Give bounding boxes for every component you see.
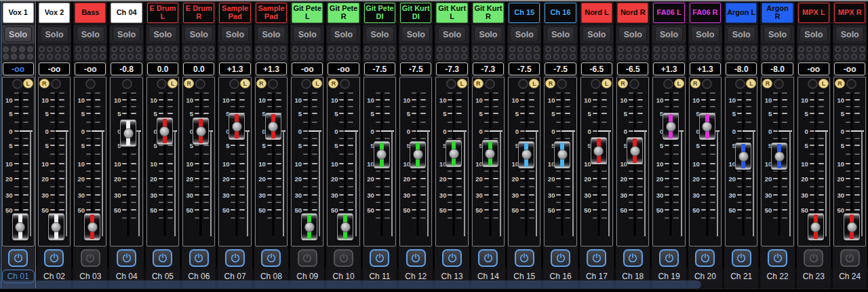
fader-cap[interactable] xyxy=(410,141,426,168)
fader-cap[interactable] xyxy=(482,140,498,167)
power-button[interactable] xyxy=(515,249,534,267)
gain-readout[interactable]: -6.5 xyxy=(581,62,612,75)
power-button[interactable] xyxy=(695,249,715,267)
fader-track[interactable] xyxy=(163,92,166,236)
gain-readout[interactable]: -7.3 xyxy=(473,62,504,75)
solo-button[interactable]: Solo xyxy=(655,26,684,42)
fader-track[interactable] xyxy=(199,92,202,236)
pan-knob[interactable] xyxy=(195,79,205,89)
power-button[interactable] xyxy=(840,249,860,267)
gain-readout[interactable]: +1.3 xyxy=(256,62,287,75)
power-button[interactable] xyxy=(804,249,823,267)
gain-readout[interactable]: +1.3 xyxy=(653,62,684,75)
gain-readout[interactable]: -7.5 xyxy=(400,62,431,75)
power-button[interactable] xyxy=(334,249,353,267)
solo-button[interactable]: Solo xyxy=(257,26,285,42)
pan-l-badge[interactable]: L xyxy=(312,79,322,88)
fader-cap[interactable] xyxy=(157,117,173,145)
pan-r-badge[interactable]: R xyxy=(184,79,194,88)
fader-cap[interactable] xyxy=(446,140,462,167)
channel-scribble[interactable]: Argon L xyxy=(726,3,757,23)
fader-cap[interactable] xyxy=(771,143,787,170)
channel-scribble[interactable]: MPX L xyxy=(798,3,829,23)
pan-r-badge[interactable]: R xyxy=(835,79,845,88)
channel-scribble[interactable]: E Drum L xyxy=(147,3,178,23)
channel-scribble[interactable]: MPX R xyxy=(834,3,865,23)
channel-scribble[interactable]: E Drum R xyxy=(183,3,214,23)
pan-r-badge[interactable]: R xyxy=(690,79,701,88)
channel-number-label[interactable]: Ch 24 xyxy=(833,270,866,283)
solo-button[interactable]: Solo xyxy=(77,26,105,42)
pan-knob[interactable] xyxy=(663,79,673,89)
power-button[interactable] xyxy=(551,249,570,267)
power-button[interactable] xyxy=(44,249,64,267)
solo-button[interactable]: Solo xyxy=(184,26,213,42)
pan-r-badge[interactable]: R xyxy=(762,79,772,88)
gain-readout[interactable]: -7.5 xyxy=(364,62,395,75)
pan-knob[interactable] xyxy=(485,79,495,89)
channel-scribble[interactable]: Vox 2 xyxy=(39,3,70,23)
pan-knob[interactable] xyxy=(518,79,528,89)
fader-track[interactable] xyxy=(127,92,130,236)
fader-cap[interactable] xyxy=(265,113,281,140)
fader-cap[interactable] xyxy=(699,113,715,140)
solo-button[interactable]: Solo xyxy=(510,26,538,42)
pan-knob[interactable] xyxy=(591,79,601,89)
pan-r-badge[interactable]: R xyxy=(618,79,628,88)
fader-cap[interactable] xyxy=(374,141,390,168)
fader-cap[interactable] xyxy=(663,113,679,140)
fader-cap[interactable] xyxy=(591,137,607,164)
power-button[interactable] xyxy=(8,249,28,267)
horizontal-scrollbar[interactable] xyxy=(0,280,701,289)
gain-readout[interactable]: -8.0 xyxy=(762,62,793,75)
channel-number-label[interactable]: Ch 21 xyxy=(725,270,757,283)
solo-button[interactable]: Solo xyxy=(221,26,250,42)
power-button[interactable] xyxy=(153,249,172,267)
solo-button[interactable]: Solo xyxy=(330,26,358,42)
fader-cap[interactable] xyxy=(84,213,100,240)
pan-r-badge[interactable]: R xyxy=(328,79,338,88)
pan-l-badge[interactable]: L xyxy=(818,79,829,88)
pan-l-badge[interactable]: L xyxy=(601,79,612,88)
pan-knob[interactable] xyxy=(702,79,712,89)
channel-number-label[interactable]: Ch 22 xyxy=(761,270,793,283)
gain-readout[interactable]: -0.8 xyxy=(111,62,142,75)
pan-knob[interactable] xyxy=(268,79,278,89)
solo-button[interactable]: Solo xyxy=(438,26,467,42)
power-button[interactable] xyxy=(298,249,317,267)
pan-knob[interactable] xyxy=(774,79,784,89)
channel-scribble[interactable]: Git Pete DI xyxy=(364,3,395,23)
solo-button[interactable]: Solo xyxy=(835,26,864,42)
solo-button[interactable]: Solo xyxy=(800,26,828,42)
power-button[interactable] xyxy=(442,249,462,267)
pan-knob[interactable] xyxy=(122,79,132,89)
pan-knob[interactable] xyxy=(846,79,856,89)
power-button[interactable] xyxy=(117,249,136,267)
pan-knob[interactable] xyxy=(340,79,350,89)
gain-readout[interactable]: -oo xyxy=(3,62,34,75)
pan-knob[interactable] xyxy=(12,79,22,89)
fader-cap[interactable] xyxy=(554,141,570,168)
gain-readout[interactable]: -7.5 xyxy=(509,62,540,75)
fader-cap[interactable] xyxy=(627,137,643,164)
pan-r-badge[interactable]: R xyxy=(256,79,267,88)
channel-scribble[interactable]: Ch 15 xyxy=(509,3,540,23)
pan-l-badge[interactable]: L xyxy=(240,79,250,88)
pan-l-badge[interactable]: L xyxy=(167,79,178,88)
pan-knob[interactable] xyxy=(446,79,456,89)
pan-l-badge[interactable]: L xyxy=(529,79,539,88)
pan-knob[interactable] xyxy=(157,79,167,89)
channel-scribble[interactable]: Ch 04 xyxy=(111,3,142,23)
gain-readout[interactable]: -6.5 xyxy=(617,62,648,75)
solo-button[interactable]: Solo xyxy=(727,26,755,42)
fader-cap[interactable] xyxy=(193,117,209,145)
gain-readout[interactable]: -oo xyxy=(292,62,323,75)
solo-button[interactable]: Solo xyxy=(547,26,575,42)
pan-l-badge[interactable]: L xyxy=(23,79,33,88)
power-button[interactable] xyxy=(768,249,787,267)
solo-button[interactable]: Solo xyxy=(366,26,394,42)
fader-cap[interactable] xyxy=(229,113,245,140)
solo-button[interactable]: Solo xyxy=(583,26,611,42)
channel-scribble[interactable]: Git Kurt L xyxy=(436,3,467,23)
channel-scribble[interactable]: Ch 16 xyxy=(545,3,576,23)
